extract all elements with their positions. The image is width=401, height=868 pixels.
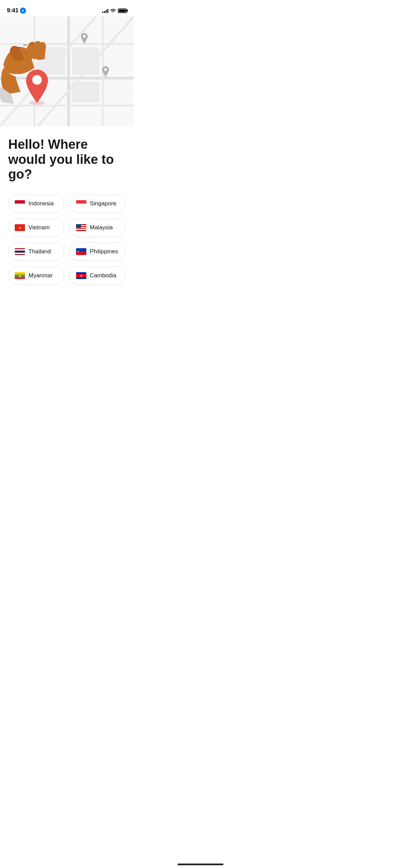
flag-singapore <box>76 200 86 207</box>
wifi-icon <box>110 8 116 13</box>
country-name-singapore: Singapore <box>90 200 117 207</box>
flag-vietnam <box>15 224 25 231</box>
svg-point-16 <box>32 75 42 85</box>
country-name-myanmar: Myanmar <box>28 272 53 279</box>
flag-myanmar: ★ <box>15 272 25 279</box>
status-icons <box>102 8 127 13</box>
country-btn-philippines[interactable]: ★ Philippines <box>70 242 125 261</box>
country-grid: Indonesia Singapore Vietnam <box>8 194 125 285</box>
status-bar: 9:41 <box>0 0 134 16</box>
flag-philippines: ★ <box>76 248 86 255</box>
map-pin-gray-1 <box>80 33 89 45</box>
hand-illustration <box>0 23 79 119</box>
country-btn-malaysia[interactable]: ☪ Malaysia <box>70 218 125 237</box>
country-name-thailand: Thailand <box>28 248 51 255</box>
flag-thailand <box>15 248 25 255</box>
country-btn-thailand[interactable]: Thailand <box>8 242 64 261</box>
main-content: Hello! Where would you like to go? Indon… <box>0 126 134 293</box>
flag-indonesia <box>15 200 25 207</box>
map-pin-gray-2 <box>101 66 110 78</box>
country-name-vietnam: Vietnam <box>28 224 50 231</box>
country-name-philippines: Philippines <box>90 248 118 255</box>
location-icon <box>20 8 26 14</box>
country-btn-cambodia[interactable]: 🏛 Cambodia <box>70 266 125 285</box>
svg-point-14 <box>104 68 107 71</box>
country-name-cambodia: Cambodia <box>90 272 117 279</box>
status-time: 9:41 <box>7 7 26 14</box>
country-btn-myanmar[interactable]: ★ Myanmar <box>8 266 64 285</box>
country-name-indonesia: Indonesia <box>28 200 54 207</box>
hero-section <box>0 16 134 126</box>
signal-icon <box>102 8 108 13</box>
country-btn-singapore[interactable]: Singapore <box>70 194 125 213</box>
flag-cambodia: 🏛 <box>76 272 86 279</box>
country-btn-vietnam[interactable]: Vietnam <box>8 218 64 237</box>
svg-point-12 <box>83 35 86 38</box>
greeting-title: Hello! Where would you like to go? <box>8 137 125 182</box>
battery-icon <box>118 9 127 13</box>
country-name-malaysia: Malaysia <box>90 224 113 231</box>
country-btn-indonesia[interactable]: Indonesia <box>8 194 64 213</box>
flag-malaysia: ☪ <box>76 224 86 231</box>
